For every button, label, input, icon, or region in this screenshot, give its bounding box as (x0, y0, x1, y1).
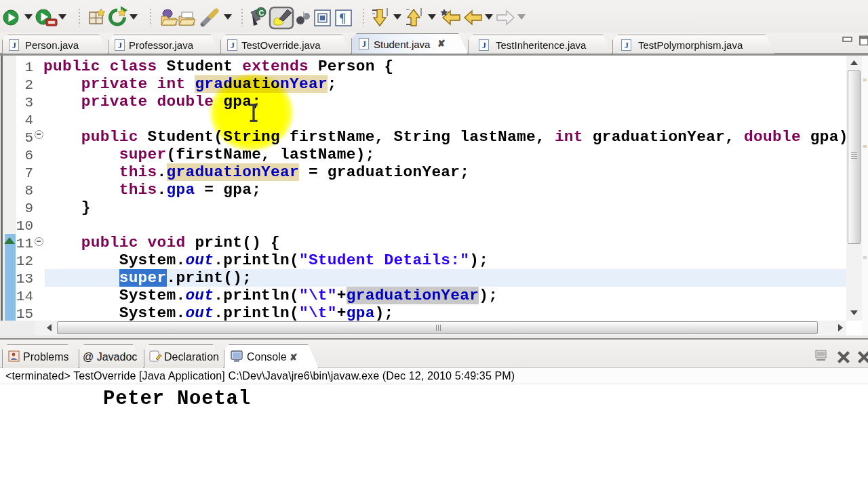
svg-text:C: C (259, 9, 264, 17)
svg-text:¶: ¶ (339, 11, 346, 25)
